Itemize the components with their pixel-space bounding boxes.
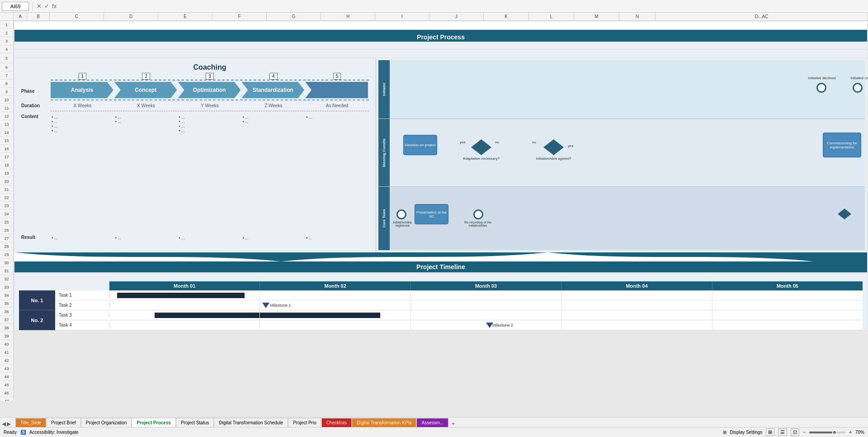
row-16[interactable]: 16 xyxy=(0,145,13,153)
row-26[interactable]: 26 xyxy=(0,226,13,234)
col-header-e[interactable]: E xyxy=(158,13,212,20)
row-12[interactable]: 12 xyxy=(0,112,13,120)
tab-title-slide[interactable]: Title_Slide xyxy=(15,418,46,427)
bullet-1-4: • ... xyxy=(52,128,113,133)
row-28[interactable]: 28 xyxy=(0,242,13,251)
task-month-cell-1-3 xyxy=(411,290,561,300)
phase-num-4: 4 xyxy=(241,73,305,79)
row-29[interactable]: 29 xyxy=(0,251,13,259)
row-42[interactable]: 42 xyxy=(0,356,13,365)
row-14[interactable]: 14 xyxy=(0,128,13,137)
tab-project-prio[interactable]: Project Prio xyxy=(288,418,321,427)
row-31[interactable]: 31 xyxy=(0,267,13,275)
tab-project-process[interactable]: Project Process xyxy=(132,418,176,427)
row-43[interactable]: 43 xyxy=(0,365,13,373)
row-15[interactable]: 15 xyxy=(0,137,13,145)
row-38[interactable]: 38 xyxy=(0,324,13,332)
row-11[interactable]: 11 xyxy=(0,104,13,112)
row-22[interactable]: 22 xyxy=(0,194,13,202)
row-44[interactable]: 44 xyxy=(0,373,13,381)
task-month-cell-3-2 xyxy=(260,310,410,320)
zoom-level: 70% xyxy=(855,430,864,435)
tab-assessment[interactable]: Assessm... xyxy=(416,418,448,427)
row-17[interactable]: 17 xyxy=(0,153,13,161)
tab-project-brief[interactable]: Project Brief xyxy=(46,418,80,427)
row-46[interactable]: 46 xyxy=(0,389,13,397)
col-header-i[interactable]: I xyxy=(375,13,429,20)
row-2[interactable]: 2 xyxy=(0,29,13,37)
row-20[interactable]: 20 xyxy=(0,177,13,185)
formula-input[interactable] xyxy=(58,4,866,9)
row-27[interactable]: 27 xyxy=(0,234,13,242)
month-headers: Month 01 Month 02 Month 03 Month 04 Mont… xyxy=(109,281,863,290)
row-13[interactable]: 13 xyxy=(0,120,13,128)
task-row-1: Task 1 xyxy=(55,290,863,300)
row-21[interactable]: 21 xyxy=(0,185,13,194)
sheet-view-layout[interactable]: ☰ xyxy=(778,428,787,436)
col-header-m[interactable]: M xyxy=(574,13,619,20)
row-19[interactable]: 19 xyxy=(0,169,13,177)
row-41[interactable]: 41 xyxy=(0,348,13,356)
duration-3: Y Weeks xyxy=(178,103,242,108)
row-34[interactable]: 34 xyxy=(0,291,13,299)
row-39[interactable]: 39 xyxy=(0,332,13,340)
col-header-c[interactable]: C xyxy=(50,13,104,20)
col-header-rest[interactable]: O...AC xyxy=(656,13,868,20)
row-32[interactable]: 32 xyxy=(0,275,13,283)
row-45[interactable]: 45 xyxy=(0,381,13,389)
zoom-plus[interactable]: + xyxy=(849,430,852,435)
col-header-k[interactable]: K xyxy=(484,13,529,20)
row-25[interactable]: 25 xyxy=(0,218,13,226)
tab-checklists[interactable]: Checklists xyxy=(321,418,352,427)
tab-scroll-left[interactable]: ◀ xyxy=(2,421,6,427)
row-18[interactable]: 18 xyxy=(0,161,13,169)
phase-arrows-container: Analysis Concept Optimization Standardiz… xyxy=(51,82,369,98)
col-header-g[interactable]: G xyxy=(267,13,321,20)
row-36[interactable]: 36 xyxy=(0,308,13,316)
row-3[interactable]: 3 xyxy=(0,37,13,45)
row-47[interactable]: 47 xyxy=(0,397,13,401)
result-cells: • ... • ... • ... • ... • ... xyxy=(51,235,369,241)
zoom-minus[interactable]: − xyxy=(803,430,806,435)
col-header-j[interactable]: J xyxy=(429,13,484,20)
task-month-cell-2-5 xyxy=(712,300,863,310)
row-24[interactable]: 24 xyxy=(0,210,13,218)
row-5[interactable]: 5 xyxy=(0,53,13,63)
row-30[interactable]: 30 xyxy=(0,259,13,267)
col-header-l[interactable]: L xyxy=(529,13,574,20)
tab-dt-kpis[interactable]: Digital Transformation KPIs xyxy=(352,418,416,427)
row-37[interactable]: 37 xyxy=(0,316,13,324)
tab-project-status[interactable]: Project Status xyxy=(176,418,214,427)
swimlane-content-coreteam: Initiative/Idea registered Presentation … xyxy=(390,187,865,250)
tab-scroll-right-prev[interactable]: ▶ xyxy=(7,421,11,427)
row-9[interactable]: 9 xyxy=(0,88,13,96)
col-header-f[interactable]: F xyxy=(212,13,267,20)
tab-project-organization[interactable]: Project Organization xyxy=(81,418,132,427)
row-6[interactable]: 6 xyxy=(0,63,13,71)
add-sheet-button[interactable]: + xyxy=(448,420,458,427)
row-10[interactable]: 10 xyxy=(0,96,13,104)
col-header-n[interactable]: N xyxy=(619,13,656,20)
row-33[interactable]: 33 xyxy=(0,283,13,291)
sheet-view-pagebreak[interactable]: ⊡ xyxy=(791,428,799,436)
col-header-h[interactable]: H xyxy=(321,13,375,20)
col-header-d[interactable]: D xyxy=(104,13,158,20)
bullet-3-3: • ... xyxy=(179,124,241,128)
timeline-content: Month 01 Month 02 Month 03 Month 04 Mont… xyxy=(14,281,867,330)
swimlane-content-initiator: Initiative declined Initiative ordered xyxy=(390,60,865,119)
zoom-slider[interactable] xyxy=(809,432,845,433)
row-7[interactable]: 7 xyxy=(0,71,13,80)
sheet-view-normal[interactable]: ⊞ xyxy=(766,428,774,436)
row-4[interactable]: 4 xyxy=(0,45,13,53)
row-40[interactable]: 40 xyxy=(0,340,13,348)
cell-reference[interactable] xyxy=(2,2,29,11)
tab-dt-schedule[interactable]: Digital Transformation Schedule xyxy=(214,418,288,427)
zoom-slider-thumb[interactable] xyxy=(832,430,837,435)
row-35[interactable]: 35 xyxy=(0,299,13,308)
col-header-a[interactable]: A xyxy=(14,13,27,20)
row-23[interactable]: 23 xyxy=(0,202,13,210)
diamond-adaptation xyxy=(471,139,491,155)
col-header-b[interactable]: B xyxy=(27,13,50,20)
row-8[interactable]: 8 xyxy=(0,80,13,88)
row-1[interactable]: 1 xyxy=(0,21,13,29)
